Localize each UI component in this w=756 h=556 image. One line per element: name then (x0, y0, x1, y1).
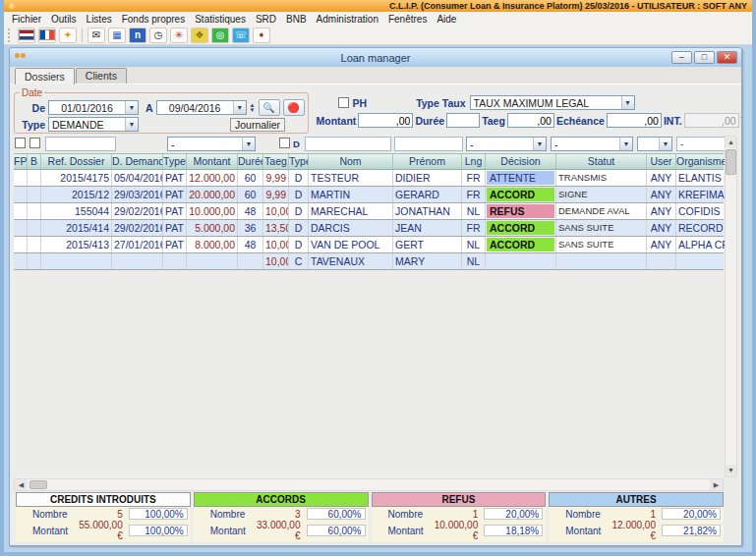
table-row[interactable]: 2015/4175 05/04/2016 PAT 12.000,00 60 9,… (14, 170, 724, 187)
vertical-scroll-thumb[interactable] (726, 149, 736, 175)
organisme-cell[interactable]: KREFIMA (676, 187, 726, 202)
table-row[interactable]: 2015/413 27/01/2016 PAT 8.000,00 48 10,0… (14, 237, 724, 253)
vertical-scrollbar[interactable]: ▲ ▼ (725, 136, 737, 477)
b-cell[interactable] (28, 220, 41, 236)
statut-filter-select[interactable]: - ▼ (551, 137, 633, 151)
prenom-cell[interactable]: GERT (393, 237, 462, 252)
lng-cell[interactable]: NL (462, 237, 486, 252)
ref-dossier-cell[interactable]: 2015/4175 (41, 170, 112, 186)
user-cell[interactable]: ANY (647, 237, 676, 252)
taeg-cell[interactable]: 10,00 (263, 237, 289, 252)
statut-cell[interactable]: TRANSMIS (556, 170, 647, 186)
fp-cell[interactable] (14, 237, 28, 252)
chevron-down-icon[interactable]: ▼ (619, 138, 632, 150)
col-header-duree[interactable]: Durée (238, 154, 263, 169)
date-demande-cell[interactable]: 29/03/2016 (112, 187, 163, 202)
montant-filter-select[interactable]: - ▼ (167, 137, 256, 151)
montant-cell[interactable] (187, 253, 238, 269)
chevron-down-icon[interactable]: ▼ (621, 96, 634, 109)
chevron-down-icon[interactable]: ▼ (125, 118, 138, 131)
organisme-filter-input[interactable] (676, 137, 726, 151)
search-button[interactable]: 🔍 (259, 99, 280, 116)
ref-dossier-cell[interactable]: 2015/413 (41, 237, 112, 252)
menu-listes[interactable]: Listes (82, 14, 117, 25)
lng-cell[interactable]: FR (462, 220, 486, 236)
app-titlebar[interactable]: C.L.I.P. (Consumer Loan & Insurance Plat… (4, 0, 752, 12)
type2-cell[interactable]: D (289, 220, 309, 236)
b-cell[interactable] (28, 187, 41, 202)
fp-cell[interactable] (14, 220, 28, 236)
decision-cell[interactable] (486, 253, 556, 269)
chevron-down-icon[interactable]: ▼ (533, 138, 546, 150)
prenom-cell[interactable]: JONATHAN (393, 203, 462, 219)
col-header-organisme[interactable]: Organisme (676, 154, 726, 169)
col-header-decision[interactable]: Décision (486, 154, 556, 169)
date-demande-cell[interactable]: 27/01/2016 (112, 237, 163, 252)
nom-cell[interactable]: MARTIN (309, 187, 393, 202)
col-header-fp[interactable]: FP (14, 154, 28, 169)
prenom-cell[interactable]: GERARD (393, 187, 462, 202)
taeg-cell[interactable]: 10,00 (263, 203, 289, 219)
menu-fichier[interactable]: Fichier (7, 14, 46, 25)
menu-aide[interactable]: Aide (432, 14, 461, 25)
col-header-taeg[interactable]: Taeg (263, 154, 289, 169)
disc-icon[interactable]: ◎ (211, 28, 229, 43)
taeg-input[interactable] (507, 113, 554, 128)
nom-cell[interactable]: VAN DE POOL (309, 237, 393, 252)
col-header-lng[interactable]: Lng (462, 154, 486, 169)
lng-cell[interactable]: FR (462, 187, 486, 202)
scroll-right-arrow[interactable]: ▶ (710, 479, 723, 490)
type-cell[interactable] (163, 253, 187, 269)
date-spinner[interactable]: ▲▼ (250, 103, 256, 113)
maximize-button[interactable]: □ (694, 51, 715, 64)
date-from-select[interactable]: 01/01/2016 ▼ (48, 100, 139, 115)
fp-cell[interactable] (14, 253, 28, 269)
scroll-up-arrow[interactable]: ▲ (726, 137, 736, 148)
user-cell[interactable] (647, 253, 676, 269)
menu-bnb[interactable]: BNB (281, 14, 312, 25)
printer-icon[interactable]: ✉ (87, 28, 105, 43)
statut-cell[interactable]: SIGNE (556, 187, 647, 202)
nom-filter-input[interactable] (305, 137, 391, 151)
montant-input[interactable] (358, 113, 413, 128)
col-header-ref[interactable]: Ref. Dossier (41, 154, 112, 169)
minimize-button[interactable]: – (671, 51, 692, 64)
statut-cell[interactable] (556, 253, 647, 269)
organisme-cell[interactable]: COFIDIS (676, 203, 726, 219)
decision-cell[interactable]: REFUS (486, 203, 556, 219)
scroll-down-arrow[interactable]: ▼ (726, 465, 736, 476)
date-demande-cell[interactable] (112, 253, 163, 269)
organisme-cell[interactable]: ELANTIS (676, 170, 726, 186)
user-cell[interactable]: ANY (647, 220, 676, 236)
ref-filter-input[interactable] (45, 137, 116, 151)
menu-administration[interactable]: Administration (312, 14, 383, 25)
taeg-cell[interactable]: 13,50 (263, 220, 289, 236)
type-cell[interactable]: PAT (163, 203, 187, 219)
type2-cell[interactable]: D (289, 187, 309, 202)
col-header-type2[interactable]: Type (289, 154, 309, 169)
type-cell[interactable]: PAT (163, 220, 187, 236)
taeg-cell[interactable]: 9,99 (263, 170, 289, 186)
decision-cell[interactable]: ACCORD (486, 220, 556, 236)
nom-cell[interactable]: DARCIS (309, 220, 393, 236)
ph-checkbox[interactable] (338, 97, 349, 108)
duree-cell[interactable]: 36 (238, 220, 263, 236)
col-header-user[interactable]: User (647, 154, 676, 169)
b-cell[interactable] (28, 170, 41, 186)
menu-srd[interactable]: SRD (251, 14, 281, 25)
date-to-select[interactable]: 09/04/2016 ▼ (156, 100, 247, 115)
duree-cell[interactable]: 60 (238, 170, 263, 186)
calculator-icon[interactable]: ▦ (108, 28, 126, 43)
user-cell[interactable]: ANY (647, 187, 676, 202)
keys-icon[interactable]: ✦ (59, 28, 77, 43)
lng-cell[interactable]: NL (462, 203, 486, 219)
b-cell[interactable] (28, 203, 41, 219)
user-cell[interactable]: ANY (647, 170, 676, 186)
table-row[interactable]: 10,00 C TAVENAUX MARY NL (14, 253, 724, 270)
prenom-cell[interactable]: JEAN (393, 220, 462, 236)
col-header-montant[interactable]: Montant (187, 154, 238, 169)
chevron-down-icon[interactable]: ▼ (125, 101, 138, 114)
statut-cell[interactable]: DEMANDE AVAL (556, 203, 647, 219)
ref-dossier-cell[interactable]: 2015/414 (41, 220, 112, 236)
scroll-left-arrow[interactable]: ◀ (15, 479, 28, 490)
